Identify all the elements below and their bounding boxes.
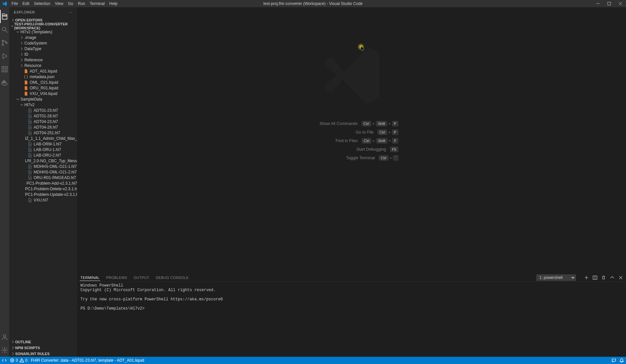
panel-new-terminal-icon[interactable] <box>584 275 589 280</box>
file-lab-oru-1-hl7[interactable]: LAB-ORU-1.hl7 <box>9 147 77 152</box>
folder-id[interactable]: ID <box>9 51 77 57</box>
svg-rect-5 <box>2 67 4 69</box>
svg-point-13 <box>3 335 6 337</box>
activitybar-source-control-icon[interactable] <box>0 36 9 49</box>
status-bell-icon[interactable] <box>619 357 624 364</box>
activitybar-search-icon[interactable] <box>0 23 9 36</box>
hint-start-debugging: Start Debugging <box>333 147 386 152</box>
section-workspace[interactable]: TEST-PROJ.FHIR-CONVERTER (WORKSPACE) <box>9 23 77 29</box>
folder-reference[interactable]: Reference <box>9 57 77 63</box>
panel-split-terminal-icon[interactable] <box>592 275 598 280</box>
vscode-logo-icon <box>2 1 7 6</box>
folder-sampledata[interactable]: SampleData <box>9 96 77 102</box>
svg-rect-9 <box>2 82 3 83</box>
status-errors-warnings[interactable]: 0 0 <box>10 357 27 364</box>
file-metadata-json[interactable]: metadata.json <box>9 74 77 79</box>
svg-rect-12 <box>3 80 5 82</box>
svg-rect-11 <box>5 82 6 83</box>
sidebar-more-icon[interactable]: ··· <box>69 10 73 14</box>
chevron-right-icon <box>11 340 15 344</box>
status-feedback-icon[interactable] <box>611 357 616 364</box>
hint-find-in-files: Find in Files <box>305 138 358 143</box>
terminal-selector[interactable]: 1: powershell <box>536 274 576 281</box>
svg-point-14 <box>4 349 6 351</box>
folder--image[interactable]: .image <box>9 35 77 40</box>
sidebar-title: EXPLORER <box>14 10 35 14</box>
menu-go[interactable]: Go <box>66 0 75 7</box>
panel-tab-output[interactable]: OUTPUT <box>133 276 150 280</box>
file-tree: Hl7v2 (Templates).imageCodeSystemDataTyp… <box>9 29 77 339</box>
folder-sampledata-hl7v2[interactable]: Hl7v2 <box>9 102 77 107</box>
file-adt01-28-hl7[interactable]: ADT01-28.hl7 <box>9 113 77 119</box>
sidebar-explorer: EXPLORER ··· OPEN EDITORS TEST-PROJ.FHIR… <box>9 7 77 357</box>
chevron-down-icon <box>11 24 14 28</box>
file-mdhhs-oml-o21-1-hl7[interactable]: MDHHS-OML-O21-1.hl7 <box>9 164 77 169</box>
window-controls <box>592 0 626 7</box>
svg-rect-8 <box>5 70 7 72</box>
file-oml_o21-liquid[interactable]: OML_O21.liquid <box>9 79 77 85</box>
minimize-button[interactable] <box>592 0 604 7</box>
menu-file[interactable]: File <box>9 0 20 7</box>
statusbar: 0 0 FHIR Converter: data - ADT01-23.hl7,… <box>0 357 626 364</box>
menu-terminal[interactable]: Terminal <box>87 0 107 7</box>
panel-tab-debug-console[interactable]: DEBUG CONSOLE <box>155 276 190 280</box>
maximize-button[interactable] <box>604 0 615 7</box>
panel-tab-problems[interactable]: PROBLEMS <box>105 276 128 280</box>
menubar: File Edit Selection View Go Run Terminal… <box>9 0 120 7</box>
activitybar-settings-icon[interactable] <box>0 344 9 357</box>
menu-edit[interactable]: Edit <box>20 0 32 7</box>
menu-help[interactable]: Help <box>107 0 120 7</box>
activitybar-explorer-icon[interactable] <box>0 10 9 23</box>
activitybar-docker-icon[interactable] <box>0 76 9 89</box>
svg-rect-7 <box>2 70 4 72</box>
hint-show-all-commands: Show All Commands <box>305 121 358 126</box>
activitybar-extensions-icon[interactable] <box>0 63 9 76</box>
file-pc1-problem-update-v2-3-1-hl7[interactable]: PC1-Problem-Update-v2.3.1.hl7 <box>9 192 77 197</box>
file-pc1-problem-add-v2-3-1-hl7[interactable]: PC1-Problem-Add-v2.3.1.hl7 <box>9 180 77 186</box>
section-sonarlint[interactable]: SONARLINT RULES <box>9 351 77 357</box>
folder-resource[interactable]: Resource <box>9 63 77 68</box>
file-adt04-251-hl7[interactable]: ADT04-251.hl7 <box>9 130 77 136</box>
terminal-body[interactable]: Windows PowerShell Copyright (C) Microso… <box>77 282 626 357</box>
panel-maximize-icon[interactable] <box>610 275 615 280</box>
activitybar-run-debug-icon[interactable] <box>0 49 9 63</box>
chevron-right-icon <box>11 18 15 22</box>
file-oru_r01-liquid[interactable]: ORU_R01.liquid <box>9 85 77 91</box>
file-vxu-hl7[interactable]: VXU.hl7 <box>9 197 77 203</box>
menu-selection[interactable]: Selection <box>32 0 52 7</box>
status-fhir-converter[interactable]: FHIR Converter: data - ADT01-23.hl7, tem… <box>31 357 144 364</box>
file-lab-oru-2-hl7[interactable]: LAB-ORU-2.hl7 <box>9 152 77 158</box>
file-lab-orm-1-hl7[interactable]: LAB-ORM-1.hl7 <box>9 141 77 147</box>
section-outline[interactable]: OUTLINE <box>9 339 77 345</box>
panel-close-icon[interactable] <box>618 275 623 280</box>
svg-rect-10 <box>3 82 5 83</box>
file-oru-r01-rmgead-hl7[interactable]: ORU-R01-RMGEAD.hl7 <box>9 175 77 180</box>
file-pc1-problem-delete-v2-3-1-hl7[interactable]: PC1-Problem-Delete-v2.3.1.hl7 <box>9 186 77 192</box>
activitybar-account-icon[interactable] <box>0 330 9 344</box>
folder-hl7v2-templates[interactable]: Hl7v2 (Templates) <box>9 29 77 35</box>
hint-go-to-file: Go to File <box>321 130 373 135</box>
titlebar: File Edit Selection View Go Run Terminal… <box>0 0 626 7</box>
panel-tab-terminal[interactable]: TERMINAL <box>80 276 100 281</box>
panel-kill-terminal-icon[interactable] <box>601 275 606 280</box>
file-adt04-23-hl7[interactable]: ADT04-23.hl7 <box>9 119 77 124</box>
section-npm-scripts[interactable]: NPM SCRIPTS <box>9 345 77 351</box>
folder-codesystem[interactable]: CodeSystem <box>9 40 77 46</box>
bottom-panel: TERMINAL PROBLEMS OUTPUT DEBUG CONSOLE 1… <box>77 273 626 357</box>
editor-welcome: Show All Commands Ctrl+ Shift+ P Go to F… <box>77 7 626 273</box>
file-adt_a01-liquid[interactable]: ADT_A01.liquid <box>9 68 77 74</box>
file-iz_1_1-1_admin_child_max_messag-[interactable]: IZ_1_1.1_Admin_Child_Max_Messag... <box>9 136 77 141</box>
menu-run[interactable]: Run <box>75 0 87 7</box>
status-remote-icon[interactable] <box>2 357 7 364</box>
window-title: test-proj.fhir-converter (Workspace) - V… <box>263 1 363 6</box>
file-adt01-23-hl7[interactable]: ADT01-23.hl7 <box>9 107 77 113</box>
hint-toggle-terminal: Toggle Terminal <box>322 156 375 160</box>
folder-datatype[interactable]: DataType <box>9 46 77 51</box>
file-mdhhs-oml-o21-2-hl7[interactable]: MDHHS-OML-O21-2.hl7 <box>9 169 77 175</box>
file-vxu_v04-liquid[interactable]: VXU_V04.liquid <box>9 91 77 96</box>
menu-view[interactable]: View <box>52 0 66 7</box>
chevron-right-icon <box>11 346 15 349</box>
file-adt04-28-hl7[interactable]: ADT04-28.hl7 <box>9 124 77 130</box>
file-lri_2-0-ng_cbc_typ_message-hl7[interactable]: LRI_2.0-NG_CBC_Typ_Message.hl7 <box>9 158 77 164</box>
close-button[interactable] <box>615 0 626 7</box>
